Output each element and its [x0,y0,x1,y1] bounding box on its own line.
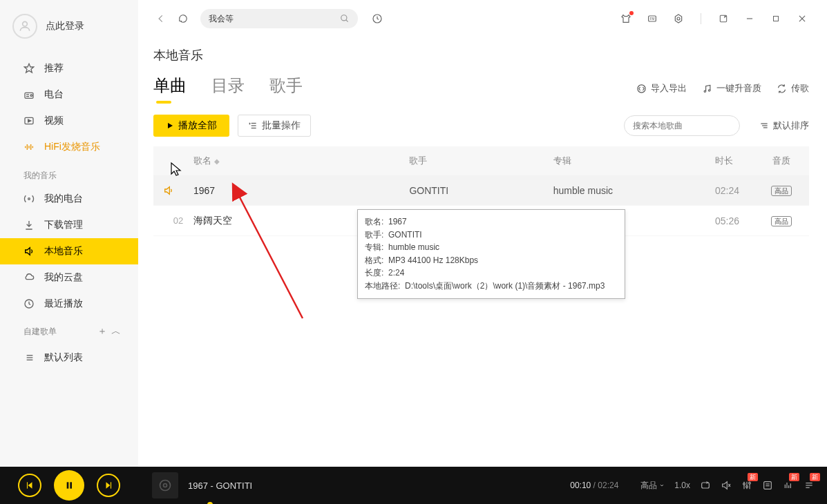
nav-hifi[interactable]: HiFi发烧音乐 [0,134,138,160]
col-name-header[interactable]: 歌名 ◆ [193,155,409,167]
skin-button[interactable] [616,9,636,28]
col-album-header[interactable]: 专辑 [553,155,715,167]
settings-button[interactable] [669,9,688,28]
hifi-icon [23,142,35,153]
next-button[interactable] [97,474,120,497]
nav-label: 本地音乐 [44,245,83,258]
playlist-button[interactable]: 新 [804,480,815,491]
lyrics-button[interactable] [762,480,773,491]
prev-button[interactable] [18,474,41,497]
svg-rect-49 [67,482,69,488]
fm-button[interactable]: FM [643,9,662,28]
upgrade-quality-button[interactable]: 一键升音质 [702,82,761,95]
nav-label: 我的云盘 [44,271,83,284]
sync-icon [777,84,787,94]
svg-rect-52 [111,482,111,488]
transfer-button[interactable]: 传歌 [777,82,809,95]
svg-point-53 [160,481,171,491]
local-search[interactable] [624,115,740,136]
row-duration: 02:24 [715,185,763,196]
add-playlist-button[interactable]: ＋ [95,325,109,338]
song-info-tooltip: 歌名: 1967 歌手: GONTITI 专辑: humble music 格式… [357,209,625,299]
nav-recent[interactable]: 最近播放 [0,291,138,317]
maximize-button[interactable] [766,9,786,28]
nav-label: HiFi发烧音乐 [44,141,100,153]
svg-marker-26 [675,14,681,23]
play-all-button[interactable]: 播放全部 [153,115,229,137]
nav-video[interactable]: 视频 [0,108,138,134]
album-art[interactable] [152,472,178,498]
effects-button[interactable]: 新 [783,480,794,491]
play-icon [166,122,174,130]
button-label: 批量操作 [262,119,301,132]
svg-point-54 [164,484,167,487]
global-search[interactable] [200,9,358,28]
row-playing-icon [163,185,193,196]
import-export-icon [636,84,647,94]
search-icon[interactable] [340,14,350,23]
table-row[interactable]: 1967 GONTITI humble music 02:24 高品 [153,175,809,206]
playlist-default[interactable]: 默认列表 [0,345,138,371]
svg-point-27 [677,17,680,20]
button-label: 播放全部 [178,119,217,132]
avatar-icon [12,14,37,39]
sort-button[interactable]: 默认排序 [759,119,809,132]
nav-cloud[interactable]: 我的云盘 [0,264,138,291]
cloud-icon [23,272,35,283]
batch-button[interactable]: 批量操作 [238,115,311,137]
row-quality: 高品 [763,215,799,226]
action-label: 导入导出 [651,82,687,95]
nav-recommend[interactable]: 推荐 [0,55,138,81]
nav-local-music[interactable]: 本地音乐 [0,238,138,264]
nav-radio[interactable]: 电台 [0,81,138,108]
content: 本地音乐 单曲 目录 歌手 导入导出 一键升音质 传歌 [138,37,827,236]
star-icon [23,63,35,74]
speaker-icon [23,246,35,257]
tabs-row: 单曲 目录 歌手 导入导出 一键升音质 传歌 [153,75,809,102]
playlist-label: 默认列表 [44,351,83,364]
quality-selector[interactable]: 高品 [640,480,665,492]
svg-point-61 [743,483,745,485]
back-button[interactable] [153,11,169,26]
chevron-down-icon [659,483,665,488]
antenna-icon [23,193,35,204]
import-export-button[interactable]: 导入导出 [636,82,687,95]
topbar: FM [138,0,827,37]
nav-downloads[interactable]: 下载管理 [0,212,138,238]
svg-point-34 [704,90,706,93]
row-duration: 05:26 [715,215,763,226]
nav-label: 电台 [44,88,64,101]
close-button[interactable] [792,9,812,28]
nav-label: 我的电台 [44,193,83,205]
mini-mode-button[interactable] [714,9,733,28]
pause-button[interactable] [54,470,84,501]
nav-my-radio[interactable]: 我的电台 [0,186,138,212]
svg-point-62 [746,486,748,488]
svg-point-13 [28,198,30,200]
col-duration-header[interactable]: 时长 [715,155,763,167]
refresh-button[interactable] [175,11,191,26]
nav-label: 推荐 [44,62,64,75]
collapse-playlist-button[interactable]: ︿ [109,325,123,338]
col-artist-header[interactable]: 歌手 [409,155,553,167]
tab-artists[interactable]: 歌手 [269,75,303,102]
login-area[interactable]: 点此登录 [0,0,138,55]
now-playing-title: 1967 - GONTITI [188,481,560,491]
volume-button[interactable] [721,480,732,491]
row-index: 02 [163,215,193,226]
player-extras: 高品 1.0x 新 新 新 [628,480,827,492]
tab-folders[interactable]: 目录 [211,75,245,102]
loop-button[interactable] [700,480,711,491]
col-quality-header[interactable]: 音质 [763,155,799,167]
speed-selector[interactable]: 1.0x [674,481,690,490]
svg-marker-7 [28,119,31,122]
svg-point-35 [708,89,710,91]
tab-songs[interactable]: 单曲 [153,75,187,102]
minimize-button[interactable] [740,9,759,28]
equalizer-button[interactable]: 新 [741,480,752,491]
search-input[interactable] [209,14,340,23]
listen-recognize-button[interactable] [369,10,386,27]
local-search-input[interactable] [633,121,736,130]
svg-point-0 [23,21,28,26]
row-artist: GONTITI [409,185,553,196]
